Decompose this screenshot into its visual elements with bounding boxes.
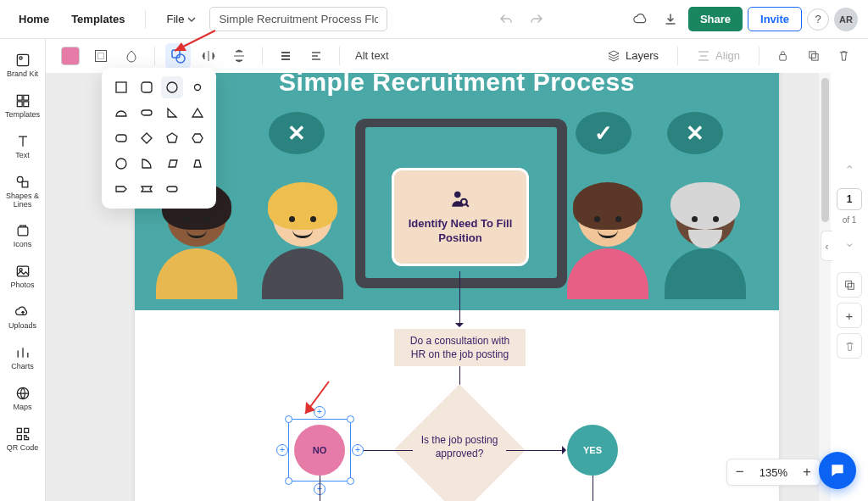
shape-option-parallelogram[interactable] — [161, 153, 183, 175]
page-number-indicator[interactable]: 1 — [837, 188, 862, 210]
sidebar-item-brandkit[interactable]: Brand Kit — [3, 47, 43, 83]
svg-point-32 — [454, 192, 461, 198]
list-button[interactable] — [273, 43, 298, 69]
svg-rect-4 — [17, 102, 22, 107]
sidebar-item-charts[interactable]: Charts — [3, 340, 43, 376]
shape-option-ring[interactable] — [110, 153, 132, 175]
flip-horizontal-button[interactable] — [196, 43, 221, 69]
flow-area: Do a consultation with HR on the job pos… — [135, 310, 779, 501]
shape-option-small-circle[interactable] — [186, 76, 209, 98]
shape-option-pentagon[interactable] — [161, 127, 183, 149]
collapse-rail-tab[interactable]: ‹ — [821, 231, 832, 261]
redo-button[interactable] — [524, 7, 549, 32]
lock-button[interactable] — [770, 43, 795, 69]
shape-option-diamond[interactable] — [136, 127, 158, 149]
share-button[interactable]: Share — [688, 7, 743, 31]
svg-point-18 — [176, 54, 185, 63]
sidebar-label: Shapes & Lines — [3, 192, 43, 209]
undo-button[interactable] — [493, 7, 519, 32]
shape-option-terminator[interactable] — [161, 178, 183, 200]
sidebar-item-uploads[interactable]: Uploads — [3, 299, 43, 335]
shape-swap-button[interactable] — [165, 43, 191, 69]
shape-option-square[interactable] — [110, 76, 132, 98]
alt-text-button[interactable]: Alt text — [350, 46, 394, 65]
invite-button[interactable]: Invite — [748, 7, 802, 31]
avatar-illustration — [258, 187, 347, 310]
download-button[interactable] — [658, 7, 683, 32]
cloud-sync-icon[interactable] — [627, 7, 653, 32]
flip-vertical-button[interactable] — [226, 43, 252, 69]
svg-rect-29 — [167, 186, 177, 192]
svg-rect-37 — [846, 281, 852, 287]
svg-rect-7 — [22, 181, 28, 187]
spacing-button[interactable] — [303, 43, 329, 69]
file-menu[interactable]: File — [158, 8, 204, 31]
user-avatar[interactable]: AR — [834, 8, 858, 31]
chevron-down-icon — [187, 15, 196, 24]
avatar-illustration — [563, 187, 652, 310]
shape-option-circle[interactable] — [161, 76, 183, 98]
svg-rect-3 — [23, 95, 28, 100]
flow-box-consult[interactable]: Do a consultation with HR on the job pos… — [394, 329, 526, 366]
page-down-button[interactable]: ⌄ — [837, 230, 862, 255]
nav-home[interactable]: Home — [10, 8, 58, 31]
shape-option-semicircle[interactable] — [110, 102, 132, 124]
chat-fab[interactable] — [819, 452, 856, 489]
flow-no-node[interactable]: NO — [294, 425, 345, 476]
shape-option-right-triangle[interactable] — [161, 102, 183, 124]
shape-option-quarter[interactable] — [136, 153, 158, 175]
flow-start-label: Identify Need To Fill Position — [401, 217, 520, 246]
zoom-out-button[interactable]: − — [727, 459, 753, 485]
shape-option-pill[interactable] — [136, 102, 158, 124]
shape-picker-popover — [102, 68, 216, 209]
opacity-button[interactable] — [119, 43, 144, 69]
sidebar-item-maps[interactable]: Maps — [3, 381, 43, 416]
svg-rect-8 — [18, 227, 28, 236]
svg-rect-15 — [96, 50, 107, 61]
layers-button[interactable]: Layers — [598, 45, 667, 67]
shape-option-triangle[interactable] — [186, 102, 209, 124]
shape-option-arrow-tag[interactable] — [110, 178, 132, 200]
zoom-level[interactable]: 135% — [753, 466, 794, 479]
nav-templates[interactable]: Templates — [63, 8, 133, 31]
vertical-scrollbar[interactable] — [819, 73, 831, 501]
sidebar-item-text[interactable]: Text — [3, 129, 43, 164]
sidebar-label: Charts — [11, 363, 34, 371]
page-up-button[interactable]: ⌃ — [837, 158, 862, 183]
sidebar-item-icons[interactable]: Icons — [3, 218, 43, 253]
border-style-button[interactable] — [88, 43, 114, 69]
svg-rect-19 — [779, 55, 786, 61]
left-sidebar: Brand Kit Templates Text Shapes & Lines … — [0, 39, 46, 501]
annotation-arrow-shape — [293, 376, 336, 427]
selection-connector-right[interactable]: + — [352, 444, 364, 456]
sidebar-label: Maps — [13, 404, 31, 412]
design-page[interactable]: Simple Recruitment Process ✓ ✕ ✓ ✕ Ident… — [135, 73, 779, 501]
shape-option-rounded-rect[interactable] — [110, 127, 132, 149]
shape-option-rounded-square[interactable] — [136, 76, 158, 98]
chat-icon — [829, 462, 846, 479]
align-button: Align — [688, 45, 748, 67]
sidebar-item-qrcode[interactable]: QR Code — [3, 421, 43, 457]
selection-connector-top[interactable]: + — [314, 406, 326, 418]
flow-yes-node[interactable]: YES — [567, 425, 618, 476]
delete-page-button[interactable] — [837, 333, 862, 359]
svg-rect-13 — [24, 428, 28, 432]
zoom-in-button[interactable]: + — [794, 459, 820, 485]
sidebar-item-templates[interactable]: Templates — [3, 88, 43, 124]
duplicate-button[interactable] — [800, 43, 826, 69]
layers-label: Layers — [626, 49, 659, 62]
add-page-button[interactable]: + — [837, 303, 862, 328]
shape-option-trapezoid[interactable] — [186, 153, 209, 175]
shape-option-hexagon[interactable] — [186, 127, 209, 149]
document-title-input[interactable] — [209, 7, 387, 31]
speech-bubble-x: ✕ — [269, 112, 325, 154]
selection-connector-left[interactable]: + — [276, 444, 288, 456]
delete-button[interactable] — [831, 43, 856, 69]
sidebar-item-shapes[interactable]: Shapes & Lines — [3, 170, 43, 214]
svg-rect-9 — [17, 267, 28, 277]
duplicate-page-button[interactable] — [837, 272, 862, 298]
fill-color-button[interactable] — [58, 43, 83, 69]
shape-option-ribbon[interactable] — [136, 178, 158, 200]
help-button[interactable]: ? — [807, 8, 829, 31]
sidebar-item-photos[interactable]: Photos — [3, 259, 43, 294]
